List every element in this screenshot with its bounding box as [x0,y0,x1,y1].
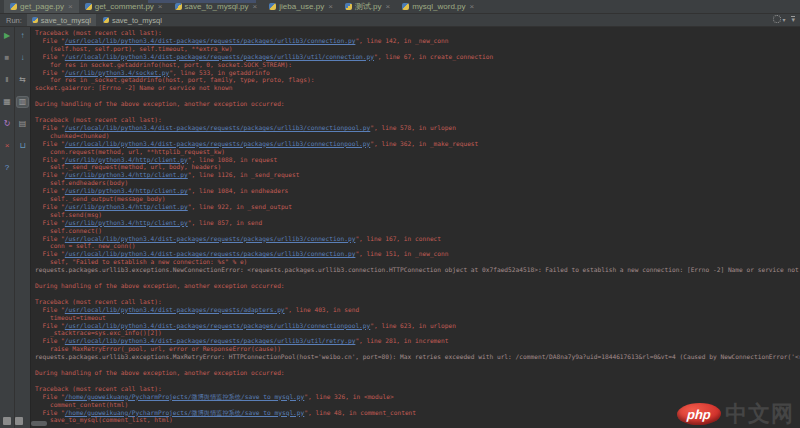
console-text: File " [35,235,65,242]
close-icon[interactable]: × [158,2,163,11]
stack-frame-link[interactable]: /usr/local/lib/python3.4/dist-packages/r… [65,306,285,313]
help-icon[interactable]: ? [2,163,13,173]
console-line: _stacktrace=sys.exc_info()[2]) [35,329,800,337]
editor-tab-label: get_page.py [20,2,64,11]
console-line: timeout=timeout [35,314,800,322]
stop-icon[interactable]: ■ [2,53,13,63]
console-text: During handling of the above exception, … [35,100,285,107]
stack-frame-link[interactable]: /usr/local/lib/python3.4/dist-packages/r… [65,235,356,242]
console-text: for res in _socket.getaddrinfo(host, por… [35,76,314,83]
stack-frame-link[interactable]: /usr/lib/python3.4/http/client.py [65,219,188,226]
stack-frame-link[interactable]: /usr/lib/python3.4/http/client.py [65,171,188,178]
run-process-tab[interactable]: save_to_mysql [98,14,167,26]
stack-frame-link[interactable]: /usr/lib/python3.4/socket.py [65,69,169,76]
console-text: Traceback (most recent call last): [35,116,162,123]
run-process-tab[interactable]: save_to_mysql [27,14,96,26]
console-text: File " [35,124,65,131]
stack-frame-link[interactable]: /usr/lib/python3.4/http/client.py [65,203,188,210]
console-text: self.endheaders(body) [35,179,128,186]
restore-layout-icon[interactable]: ↻ [2,119,13,129]
console-line: File "/usr/lib/python3.4/http/client.py"… [35,187,800,195]
stack-frame-link[interactable]: /home/guoweikuang/PycharmProjects/微博舆情监控… [65,409,305,416]
close-icon[interactable]: × [253,2,258,11]
console-text: ", line 578, in urlopen [370,124,456,131]
console-line [35,274,800,282]
editor-tab-jieba_use.py[interactable]: jieba_use.py× [263,0,339,13]
console-text: ", line 151, in _new_conn [355,250,448,257]
console-line: File "/usr/local/lib/python3.4/dist-pack… [35,306,800,314]
console-line: socket.gaierror: [Errno -2] Name or serv… [35,84,800,92]
up-stack-icon[interactable]: ↑ [17,31,28,41]
run-label: Run: [6,16,22,25]
console-text: ", line 142, in _new_conn [355,37,448,44]
pause-icon[interactable]: ‖ [2,75,13,85]
console-text: socket.gaierror: [Errno -2] Name or serv… [35,84,232,91]
hide-icon[interactable]: ▾ [791,16,795,23]
editor-tab-get_page.py[interactable]: get_page.py× [4,0,79,13]
close-icon[interactable]: × [386,2,391,11]
console-line: conn = self._new_conn() [35,242,800,250]
python-file-icon [85,3,92,10]
editor-tab-label: get_comment.py [95,2,154,11]
run-process-tab-label: save_to_mysql [41,16,91,25]
console-output[interactable]: Traceback (most recent call last): File … [31,27,800,428]
print-icon[interactable]: ▤ [17,119,28,129]
run-control-toolbar: ▶■‖▦↻×? [0,27,15,428]
console-text: ", line 403, in send [285,306,360,313]
stack-frame-link[interactable]: /usr/local/lib/python3.4/dist-packages/r… [65,37,356,44]
console-text: ", line 623, in urlopen [370,322,456,329]
stack-frame-link[interactable]: /usr/local/lib/python3.4/dist-packages/r… [65,140,370,147]
gear-button[interactable]: ▾ [773,15,785,23]
runbar-right-controls: ▾ ▾ [773,15,795,23]
python-file-icon [10,3,17,10]
console-line: (self.host, self.port), self.timeout, **… [35,45,800,53]
console-text: File " [35,409,65,416]
horizontal-scrollbar-thumb[interactable] [31,421,47,426]
console-text: File " [35,203,65,210]
close-icon[interactable]: × [68,2,73,11]
run-toolbar: Run: save_to_mysqlsave_to_mysql ▾ ▾ [0,14,800,27]
stack-frame-link[interactable]: /usr/local/lib/python3.4/dist-packages/r… [65,53,374,60]
stack-frame-link[interactable]: /usr/local/lib/python3.4/dist-packages/r… [65,250,356,257]
console-text: self.send(msg) [35,211,102,218]
stack-frame-link[interactable]: /usr/local/lib/python3.4/dist-packages/r… [65,124,370,131]
gutter-bottom-square [3,417,11,425]
console-text: for res in socket.getaddrinfo(host, port… [35,61,292,68]
console-line: File "/usr/local/lib/python3.4/dist-pack… [35,53,800,61]
console-text: File " [35,322,65,329]
gear-icon [773,15,781,23]
show-console-icon[interactable]: ▦ [2,97,13,107]
stack-frame-link[interactable]: /usr/local/lib/python3.4/dist-packages/r… [65,337,356,344]
console-text: File " [35,393,65,400]
console-line: File "/usr/lib/python3.4/http/client.py"… [35,219,800,227]
console-line: File "/usr/local/lib/python3.4/dist-pack… [35,124,800,132]
console-line: File "/usr/local/lib/python3.4/dist-pack… [35,337,800,345]
console-text: save_to_mysql(comment_list, html) [35,416,173,423]
down-stack-icon[interactable]: ↓ [17,53,28,63]
editor-tab-mysql_word.py[interactable]: mysql_word.py× [396,0,480,13]
clear-console-icon[interactable]: ⊔ [17,141,28,151]
console-line: self.send(msg) [35,211,800,219]
gutter-bottom-square [15,417,23,425]
console-text: ", line 1126, in _send_request [188,171,300,178]
close-icon[interactable]: × [470,2,475,11]
watermark-text: 中文网 [725,403,794,425]
console-text: self.connect() [35,227,102,234]
console-line: requests.packages.urllib3.exceptions.New… [35,266,800,274]
console-line: chunked=chunked) [35,132,800,140]
rerun-icon[interactable]: ▶ [2,31,13,41]
run-process-tab-label: save_to_mysql [112,16,162,25]
scroll-to-end-icon[interactable]: ▥ [17,97,28,107]
stack-frame-link[interactable]: /usr/local/lib/python3.4/dist-packages/r… [65,322,370,329]
console-text: File " [35,337,65,344]
editor-tab-测试.py[interactable]: 测试.py× [339,0,396,13]
stack-frame-link[interactable]: /home/guoweikuang/PycharmProjects/微博舆情监控… [65,393,305,400]
console-text: requests.packages.urllib3.exceptions.Max… [35,353,800,360]
stack-frame-link[interactable]: /usr/lib/python3.4/http/client.py [65,187,188,194]
python-file-icon [103,17,109,23]
close-icon[interactable]: × [328,2,333,11]
soft-wrap-icon[interactable]: ⇆ [17,75,28,85]
stack-frame-link[interactable]: /usr/lib/python3.4/http/client.py [65,156,188,163]
close-run-icon[interactable]: × [2,141,13,151]
console-text: ", line 67, in create_connection [374,53,493,60]
